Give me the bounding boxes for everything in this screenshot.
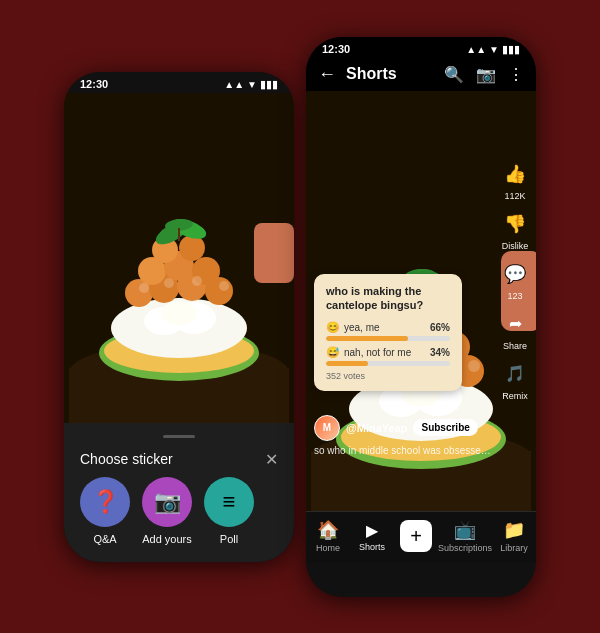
poll-sticker-icon: ≡ [204, 477, 254, 527]
video-bg-left [64, 93, 294, 423]
poll-question: who is making the cantelope bingsu? [326, 284, 450, 313]
share-icon: ➦ [500, 309, 530, 339]
nav-create[interactable]: + [394, 520, 438, 552]
library-icon: 📁 [503, 519, 525, 541]
video-area-left [64, 93, 294, 423]
status-time-right: 12:30 [322, 43, 350, 55]
user-row: M @MinaYeap Subscribe [314, 415, 492, 441]
dislike-button[interactable]: 👎 Dislike [500, 209, 530, 251]
subscribe-button[interactable]: Subscribe [413, 419, 477, 436]
video-caption: so who in middle school was obsessed wi.… [314, 445, 492, 456]
battery-icon-left: ▮▮▮ [260, 78, 278, 91]
poll-pct-2: 34% [430, 347, 450, 358]
video-area-right: who is making the cantelope bingsu? 😊 ye… [306, 91, 536, 511]
nav-library[interactable]: 📁 Library [492, 519, 536, 553]
shorts-label: Shorts [359, 542, 385, 552]
like-icon: 👍 [500, 159, 530, 189]
status-time-left: 12:30 [80, 78, 108, 90]
svg-point-49 [468, 360, 480, 372]
back-button[interactable]: ← [318, 64, 336, 85]
svg-rect-26 [254, 223, 294, 283]
battery-icon-right: ▮▮▮ [502, 43, 520, 56]
phones-container: 12:30 ▲▲ ▼ ▮▮▮ [64, 37, 536, 597]
user-info: M @MinaYeap Subscribe so who in middle s… [314, 415, 492, 456]
like-button[interactable]: 👍 112K [500, 159, 530, 201]
dislike-label: Dislike [502, 241, 529, 251]
sticker-item-poll[interactable]: ≡ Poll [204, 477, 254, 545]
poll-option-1[interactable]: 😊 yea, me 66% [326, 321, 450, 341]
poll-bar-fill-2 [326, 361, 368, 366]
poll-option-2-text: nah, not for me [344, 347, 426, 358]
add-yours-sticker-icon: 📷 [142, 477, 192, 527]
svg-point-17 [179, 235, 205, 261]
poll-option-2-row: 😅 nah, not for me 34% [326, 346, 450, 359]
remix-label: Remix [502, 391, 528, 401]
subscriptions-label: Subscriptions [438, 543, 492, 553]
add-yours-sticker-label: Add yours [142, 533, 192, 545]
panel-title: Choose sticker [80, 451, 173, 467]
choose-sticker-panel: Choose sticker ✕ ❓ Q&A 📷 Add yours ≡ Pol… [64, 423, 294, 562]
side-actions: 👍 112K 👎 Dislike 💬 123 ➦ Share 🎵 R [500, 159, 530, 401]
right-phone: 12:30 ▲▲ ▼ ▮▮▮ ← Shorts 🔍 📷 ⋮ [306, 37, 536, 597]
status-icons-left: ▲▲ ▼ ▮▮▮ [224, 78, 278, 91]
top-bar-right: ← Shorts 🔍 📷 ⋮ [306, 58, 536, 91]
home-label: Home [316, 543, 340, 553]
remix-icon: 🎵 [500, 359, 530, 389]
shorts-icon: ▶ [366, 521, 378, 540]
search-icon[interactable]: 🔍 [444, 65, 464, 84]
share-label: Share [503, 341, 527, 351]
status-icons-right: ▲▲ ▼ ▮▮▮ [466, 43, 520, 56]
poll-sticker-label: Poll [220, 533, 238, 545]
poll-option-1-text: yea, me [344, 322, 426, 333]
panel-close-button[interactable]: ✕ [265, 450, 278, 469]
share-button[interactable]: ➦ Share [500, 309, 530, 351]
svg-point-18 [139, 283, 149, 293]
poll-bar-bg-1 [326, 336, 450, 341]
poll-overlay: who is making the cantelope bingsu? 😊 ye… [314, 274, 462, 391]
remix-button[interactable]: 🎵 Remix [500, 359, 530, 401]
left-phone: 12:30 ▲▲ ▼ ▮▮▮ [64, 72, 294, 562]
home-icon: 🏠 [317, 519, 339, 541]
svg-point-8 [161, 301, 197, 325]
comment-icon: 💬 [500, 259, 530, 289]
poll-pct-1: 66% [430, 322, 450, 333]
like-count: 112K [504, 191, 525, 201]
melon-illustration-left [64, 93, 294, 423]
qa-sticker-label: Q&A [93, 533, 116, 545]
comment-count: 123 [507, 291, 522, 301]
drag-handle [163, 435, 195, 438]
wifi-icon-right: ▼ [489, 44, 499, 55]
bottom-nav: 🏠 Home ▶ Shorts + 📺 Subscriptions 📁 Libr… [306, 511, 536, 563]
avatar: M [314, 415, 340, 441]
username: @MinaYeap [346, 422, 407, 434]
poll-option-2[interactable]: 😅 nah, not for me 34% [326, 346, 450, 366]
library-label: Library [500, 543, 528, 553]
panel-header: Choose sticker ✕ [80, 450, 278, 469]
more-options-icon[interactable]: ⋮ [508, 65, 524, 84]
comment-button[interactable]: 💬 123 [500, 259, 530, 301]
status-bar-right: 12:30 ▲▲ ▼ ▮▮▮ [306, 37, 536, 58]
poll-emoji-2: 😅 [326, 346, 340, 359]
svg-point-20 [192, 276, 202, 286]
sticker-item-qa[interactable]: ❓ Q&A [80, 477, 130, 545]
poll-emoji-1: 😊 [326, 321, 340, 334]
create-icon: + [400, 520, 432, 552]
nav-home[interactable]: 🏠 Home [306, 519, 350, 553]
poll-bar-fill-1 [326, 336, 408, 341]
svg-point-19 [164, 278, 174, 288]
dislike-icon: 👎 [500, 209, 530, 239]
sticker-row: ❓ Q&A 📷 Add yours ≡ Poll [80, 473, 278, 549]
camera-icon[interactable]: 📷 [476, 65, 496, 84]
poll-votes: 352 votes [326, 371, 450, 381]
signal-icon-right: ▲▲ [466, 44, 486, 55]
poll-bar-bg-2 [326, 361, 450, 366]
nav-subscriptions[interactable]: 📺 Subscriptions [438, 519, 492, 553]
subscriptions-icon: 📺 [454, 519, 476, 541]
sticker-item-add-yours[interactable]: 📷 Add yours [142, 477, 192, 545]
signal-icon-left: ▲▲ [224, 79, 244, 90]
nav-shorts[interactable]: ▶ Shorts [350, 521, 394, 552]
poll-option-1-row: 😊 yea, me 66% [326, 321, 450, 334]
svg-point-21 [219, 281, 229, 291]
status-bar-left: 12:30 ▲▲ ▼ ▮▮▮ [64, 72, 294, 93]
qa-sticker-icon: ❓ [80, 477, 130, 527]
